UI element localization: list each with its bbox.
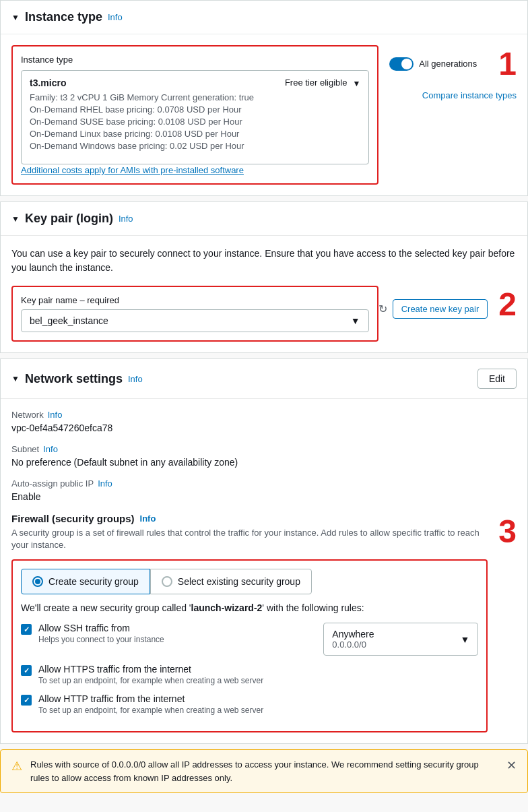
key-pair-body: You can use a key pair to securely conne… <box>1 236 527 352</box>
dropdown-arrow-icon: ▼ <box>352 79 360 88</box>
key-pair-description: You can use a key pair to securely conne… <box>11 247 517 275</box>
warning-banner: ⚠ Rules with source of 0.0.0.0/0 allow a… <box>0 749 528 793</box>
https-content: Allow HTTPS traffic from the internet To… <box>38 664 478 685</box>
network-settings-body: Network Info vpc-0ef4a547260efca78 Subne… <box>1 399 527 743</box>
key-pair-dropdown-arrow: ▼ <box>351 315 360 326</box>
ssh-source-dropdown[interactable]: Anywhere 0.0.0.0/0 ▼ <box>323 623 478 656</box>
auto-assign-label-text: Auto-assign public IP <box>11 478 94 489</box>
ssh-checkbox[interactable] <box>21 624 32 635</box>
instance-name-row: t3.micro Free tier eligible <box>30 77 347 88</box>
firewall-section: Firewall (security groups) Info A securi… <box>11 513 517 732</box>
auto-assign-value: Enable <box>11 491 517 502</box>
instance-type-section: ▼ Instance type Info Instance type t3.mi… <box>0 0 528 196</box>
additional-costs-link[interactable]: Additional costs apply for AMIs with pre… <box>21 165 244 175</box>
instance-type-info-link[interactable]: Info <box>108 12 123 22</box>
http-label: Allow HTTP traffic from the internet <box>38 693 478 704</box>
instance-type-dropdown-content: t3.micro Free tier eligible Family: t3 2… <box>30 77 347 153</box>
create-new-key-pair-link[interactable]: Create new key pair <box>393 299 488 319</box>
http-checkbox-row: Allow HTTP traffic from the internet To … <box>21 693 478 715</box>
subnet-label: Subnet Info <box>11 444 517 454</box>
subnet-info-link[interactable]: Info <box>43 444 58 454</box>
pricing-rhel: On-Demand RHEL base pricing: 0.0708 USD … <box>30 104 347 115</box>
all-generations-label: All generations <box>419 59 477 69</box>
firewall-info-link[interactable]: Info <box>140 513 156 524</box>
https-label: Allow HTTPS traffic from the internet <box>38 664 478 675</box>
warning-text: Rules with source of 0.0.0.0/0 allow all… <box>30 758 498 784</box>
key-pair-header: ▼ Key pair (login) Info <box>1 202 527 236</box>
warning-icon: ⚠ <box>11 759 22 774</box>
key-pair-label-text: Key pair name – required <box>21 295 119 305</box>
instance-type-title-row: ▼ Instance type Info <box>11 10 123 24</box>
https-hint: To set up an endpoint, for example when … <box>38 676 478 685</box>
http-hint: To set up an endpoint, for example when … <box>38 706 478 715</box>
refresh-icon[interactable]: ↻ <box>378 303 387 315</box>
https-checkbox-row: Allow HTTPS traffic from the internet To… <box>21 664 478 685</box>
instance-type-left: Instance type t3.micro Free tier eligibl… <box>11 45 378 185</box>
firewall-description: A security group is a set of firewall ru… <box>11 527 488 551</box>
network-value: vpc-0ef4a547260efca78 <box>11 423 517 433</box>
key-pair-selected-value: bel_geek_instance <box>30 315 108 326</box>
create-sg-option[interactable]: Create security group <box>21 569 150 594</box>
key-pair-actions: ↻ Create new key pair <box>378 286 488 319</box>
ssh-content: Allow SSH traffic from Helps you connect… <box>38 623 317 644</box>
https-checkbox[interactable] <box>21 665 32 676</box>
launch-wizard-text: We'll create a new security group called… <box>21 602 478 613</box>
subnet-value: No preference (Default subnet in any ava… <box>11 457 517 468</box>
step-2-number: 2 <box>498 286 517 323</box>
instance-type-right-panel: All generations 1 Compare instance types <box>378 45 517 100</box>
network-label: Network Info <box>11 410 517 420</box>
http-checkbox[interactable] <box>21 695 32 706</box>
network-settings-info-link[interactable]: Info <box>128 374 143 384</box>
network-info-link[interactable]: Info <box>48 410 63 420</box>
key-pair-red-box: Key pair name – required bel_geek_instan… <box>11 286 378 342</box>
launch-wizard-suffix: ' with the following rules: <box>262 602 364 613</box>
close-warning-icon[interactable]: ✕ <box>506 758 517 773</box>
network-field: Network Info vpc-0ef4a547260efca78 <box>11 410 517 433</box>
ssh-label: Allow SSH traffic from <box>38 623 317 633</box>
instance-type-body: Instance type t3.micro Free tier eligibl… <box>1 34 527 195</box>
auto-assign-info-link[interactable]: Info <box>98 478 112 489</box>
key-pair-collapse-chevron[interactable]: ▼ <box>11 214 20 224</box>
instance-type-header: ▼ Instance type Info <box>1 1 527 34</box>
select-sg-radio-dot <box>162 576 172 587</box>
pricing-windows: On-Demand Windows base pricing: 0.02 USD… <box>30 141 347 151</box>
instance-family-info: Family: t3 2 vCPU 1 GiB Memory Current g… <box>30 92 347 102</box>
all-generations-toggle-row: All generations <box>389 57 477 71</box>
step-3-number: 3 <box>498 513 517 550</box>
security-group-radio-group: Create security group Select existing se… <box>21 569 478 594</box>
free-tier-label: Free tier eligible <box>285 77 348 88</box>
key-pair-title: Key pair (login) <box>25 212 113 226</box>
network-settings-header: ▼ Network settings Info Edit <box>1 359 527 399</box>
key-pair-dropdown[interactable]: bel_geek_instance ▼ <box>21 309 369 332</box>
launch-wizard-prefix: We'll create a new security group called… <box>21 602 191 613</box>
auto-assign-label: Auto-assign public IP Info <box>11 478 517 489</box>
select-sg-label: Select existing security group <box>178 576 300 587</box>
key-pair-title-row: ▼ Key pair (login) Info <box>11 212 133 226</box>
network-collapse-chevron[interactable]: ▼ <box>11 374 20 383</box>
firewall-title: Firewall (security groups) <box>11 513 135 524</box>
all-generations-toggle[interactable] <box>389 57 414 71</box>
select-sg-option[interactable]: Select existing security group <box>150 569 312 594</box>
ssh-dropdown-content: Anywhere 0.0.0.0/0 <box>332 629 374 650</box>
create-sg-radio-dot <box>32 576 43 587</box>
pricing-linux: On-Demand Linux base pricing: 0.0108 USD… <box>30 129 347 139</box>
network-label-text: Network <box>11 410 44 420</box>
pricing-suse: On-Demand SUSE base pricing: 0.0108 USD … <box>30 117 347 127</box>
ssh-checkbox-row: Allow SSH traffic from Helps you connect… <box>21 623 478 656</box>
key-pair-info-link[interactable]: Info <box>119 214 133 224</box>
instance-type-dropdown[interactable]: t3.micro Free tier eligible Family: t3 2… <box>21 70 369 164</box>
instance-type-red-box: Instance type t3.micro Free tier eligibl… <box>11 45 378 185</box>
firewall-box: Create security group Select existing se… <box>11 559 488 732</box>
ssh-source-cidr: 0.0.0.0/0 <box>332 639 374 650</box>
subnet-field: Subnet Info No preference (Default subne… <box>11 444 517 468</box>
ssh-hint: Helps you connect to your instance <box>38 635 317 644</box>
compare-instance-types-link[interactable]: Compare instance types <box>422 90 517 100</box>
instance-type-title: Instance type <box>25 10 102 24</box>
create-sg-label: Create security group <box>48 576 139 587</box>
key-pair-label: Key pair name – required <box>21 295 369 305</box>
ssh-dropdown-arrow-icon: ▼ <box>460 634 469 645</box>
collapse-chevron[interactable]: ▼ <box>11 13 20 22</box>
instance-type-label: Instance type <box>21 55 369 65</box>
network-settings-edit-button[interactable]: Edit <box>477 369 517 389</box>
ssh-source-name: Anywhere <box>332 629 374 639</box>
